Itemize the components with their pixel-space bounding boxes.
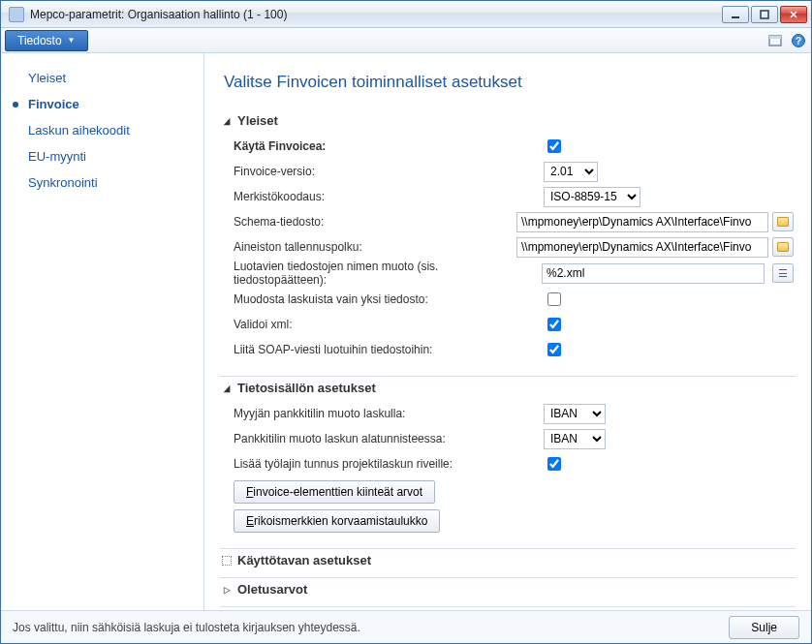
finvoice-fixed-values-button[interactable]: Finvoice-elementtien kiinteät arvot bbox=[234, 480, 435, 504]
file-menu[interactable]: Tiedosto ▼ bbox=[5, 30, 88, 51]
encoding-label: Merkistökoodaus: bbox=[234, 190, 536, 203]
section-header-oletusarvot[interactable]: Oletusarvot bbox=[220, 577, 796, 600]
collapse-icon bbox=[222, 585, 232, 595]
close-button[interactable]: Sulje bbox=[729, 616, 799, 639]
help-icon[interactable]: ? bbox=[790, 32, 807, 49]
sidebar-item-synkronointi[interactable]: Synkronointi bbox=[1, 169, 203, 196]
sidebar-item-laskun-aihekoodit[interactable]: Laskun aihekoodit bbox=[1, 117, 203, 143]
seller-bank-format-select[interactable]: IBAN bbox=[544, 404, 606, 424]
savepath-browse-button[interactable] bbox=[772, 237, 794, 257]
expand-icon bbox=[222, 116, 232, 126]
special-chars-table-button[interactable]: Erikoismerkkien korvaamistaulukko bbox=[234, 509, 440, 533]
schema-file-label: Schema-tiedosto: bbox=[234, 215, 509, 229]
finvoice-version-label: Finvoice-versio: bbox=[234, 165, 536, 178]
worktype-checkbox[interactable] bbox=[547, 457, 561, 471]
seller-bank-format-label: Myyjän pankkitilin muoto laskulla: bbox=[234, 407, 536, 420]
svg-text:?: ? bbox=[796, 36, 801, 46]
section-oletusarvot: Oletusarvot bbox=[220, 577, 796, 600]
list-icon: ☰ bbox=[778, 268, 788, 279]
filename-format-helper-button[interactable]: ☰ bbox=[772, 263, 794, 283]
sidebar-item-yleiset[interactable]: Yleiset bbox=[1, 65, 203, 91]
body-area: Yleiset Finvoice Laskun aihekoodit EU-my… bbox=[1, 53, 811, 610]
single-file-checkbox[interactable] bbox=[547, 292, 561, 306]
use-finvoice-label: Käytä Finvoicea: bbox=[234, 139, 536, 153]
single-file-label: Muodosta laskuista vain yksi tiedosto: bbox=[234, 292, 536, 306]
status-text: Jos valittu, niin sähköisiä laskuja ei t… bbox=[13, 621, 717, 634]
soap-label: Liitä SOAP-viesti luotuihin tiedostoihin… bbox=[234, 343, 536, 356]
section-yleiset: Yleiset Käytä Finvoicea: Finvoice-versio… bbox=[220, 109, 796, 370]
schema-file-input[interactable] bbox=[516, 212, 768, 232]
sidebar-item-eu-myynti[interactable]: EU-myynti bbox=[1, 143, 203, 169]
menubar: Tiedosto ▼ ? bbox=[1, 28, 811, 53]
close-window-button[interactable] bbox=[780, 6, 807, 23]
svg-rect-1 bbox=[761, 11, 768, 18]
folder-icon bbox=[777, 242, 789, 252]
sidebar: Yleiset Finvoice Laskun aihekoodit EU-my… bbox=[1, 53, 204, 610]
svg-rect-3 bbox=[769, 36, 781, 39]
filename-format-label: Luotavien tiedostojen nimen muoto (sis. … bbox=[234, 260, 534, 287]
window-title: Mepco-parametrit: Organisaation hallinto… bbox=[30, 8, 722, 21]
window: Mepco-parametrit: Organisaation hallinto… bbox=[0, 0, 812, 644]
statusbar: Jos valittu, niin sähköisiä laskuja ei t… bbox=[1, 610, 811, 643]
footer-bank-format-select[interactable]: IBAN bbox=[544, 429, 606, 449]
section-kayttotapa: Käyttötavan asetukset bbox=[220, 548, 796, 571]
section-tietosisalto: Tietosisällön asetukset Myyjän pankkitil… bbox=[220, 376, 796, 542]
validate-xml-checkbox[interactable] bbox=[547, 318, 561, 331]
finvoice-version-select[interactable]: 2.01 bbox=[544, 162, 598, 182]
page-title: Valitse Finvoicen toiminnalliset asetuks… bbox=[224, 73, 796, 92]
sidebar-item-finvoice[interactable]: Finvoice bbox=[1, 91, 203, 117]
view-icon[interactable] bbox=[766, 32, 784, 49]
use-finvoice-checkbox[interactable] bbox=[547, 139, 561, 153]
maximize-button[interactable] bbox=[751, 6, 778, 23]
section-header-kayttotapa[interactable]: Käyttötavan asetukset bbox=[220, 548, 796, 571]
schema-browse-button[interactable] bbox=[772, 212, 794, 231]
validate-xml-label: Validoi xml: bbox=[234, 318, 536, 331]
savepath-input[interactable] bbox=[516, 237, 768, 258]
savepath-label: Aineiston tallennuspolku: bbox=[234, 240, 509, 254]
titlebar: Mepco-parametrit: Organisaation hallinto… bbox=[1, 1, 811, 28]
expand-icon bbox=[222, 383, 232, 393]
section-header-tietosisalto[interactable]: Tietosisällön asetukset bbox=[220, 376, 796, 399]
expand-icon bbox=[222, 556, 232, 566]
worktype-label: Lisää työlajin tunnus projektilaskun riv… bbox=[234, 457, 536, 471]
folder-icon bbox=[777, 217, 789, 227]
filename-format-input[interactable] bbox=[542, 263, 765, 284]
minimize-button[interactable] bbox=[722, 6, 749, 23]
encoding-select[interactable]: ISO-8859-15 bbox=[544, 187, 640, 207]
window-buttons bbox=[722, 6, 807, 23]
chevron-down-icon: ▼ bbox=[68, 36, 76, 45]
footer-bank-format-label: Pankkitilin muoto laskun alatunnisteessa… bbox=[234, 432, 536, 445]
app-icon bbox=[9, 7, 24, 22]
section-header-yleiset[interactable]: Yleiset bbox=[220, 109, 796, 132]
svg-rect-0 bbox=[732, 16, 739, 18]
file-menu-label: Tiedosto bbox=[17, 34, 62, 47]
soap-checkbox[interactable] bbox=[547, 343, 561, 356]
main-panel: Valitse Finvoicen toiminnalliset asetuks… bbox=[204, 53, 811, 610]
